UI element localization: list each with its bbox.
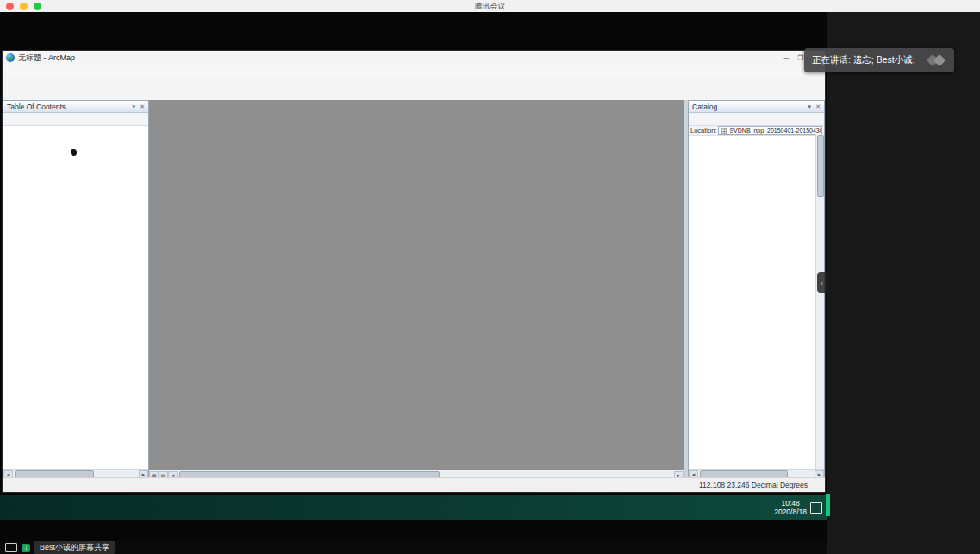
windows-taskbar: 10:48 2020/8/18 [0,495,827,520]
night-lights-raster[interactable] [149,100,684,470]
arcmap-title: 无标题 - ArcMap [18,53,75,64]
close-icon[interactable]: ✕ [140,103,145,110]
mouse-cursor [71,149,77,156]
raster-icon [721,128,727,133]
meeting-logo-icon [928,54,947,66]
location-value: SVDNB_npp_20150401-20150430_75N060E_vcr [729,128,822,134]
catalog-vertical-scrollbar[interactable] [815,134,824,470]
taskbar-green-accent [826,494,830,516]
toc-header: Table Of Contents ▾ ✕ [3,101,148,113]
screen-share-monitor-icon[interactable] [5,543,17,552]
share-banner-label: Best小诚的屏幕共享 [34,541,115,554]
speaking-toast: 正在讲话: 遗忘; Best小诚; [804,48,954,72]
catalog-toolbar [689,113,824,126]
close-icon[interactable]: ✕ [815,103,821,110]
share-banner: ↓ Best小诚的屏幕共享 [0,541,833,554]
speaking-toast-text: 正在讲话: 遗忘; Best小诚; [804,54,915,66]
pin-icon[interactable]: ▾ [808,103,812,110]
catalog-panel: Catalog ▾ ✕ Location: SVDNB_npp_20150401… [688,100,825,480]
clock-time: 10:48 [781,499,799,507]
panel-collapse-handle[interactable]: ‹ [817,272,827,293]
maximize-icon[interactable]: ❐ [797,54,803,62]
catalog-tree [689,136,824,473]
arcmap-statusbar: 112.108 23.246 Decimal Degrees [3,477,825,492]
table-of-contents-panel: Table Of Contents ▾ ✕ ◄ ► [3,100,149,480]
pin-icon[interactable]: ▾ [133,103,136,110]
toc-tree [3,126,148,472]
map-view[interactable]: ▦ ▤ ◄ ► [149,100,684,480]
clock-date: 2020/8/18 [774,507,807,516]
taskbar-clock[interactable]: 10:48 2020/8/18 [771,499,810,516]
participants-panel [827,12,980,554]
action-center-icon[interactable] [810,501,822,514]
arcmap-body: Table Of Contents ▾ ✕ ◄ ► [3,100,825,480]
toc-title: Table Of Contents [7,103,66,111]
macos-titlebar: 腾讯会议 [0,0,980,12]
arcmap-app-icon [6,53,15,62]
catalog-header: Catalog ▾ ✕ [689,101,824,113]
window-title: 腾讯会议 [0,1,980,12]
minimize-icon[interactable]: ─ [783,54,789,62]
catalog-title: Catalog [692,103,717,111]
arcmap-menubar [3,65,825,78]
standard-toolbar [3,78,825,90]
scroll-thumb[interactable] [817,135,824,197]
arcmap-window: 无标题 - ArcMap ─ ❐ ✕ Table Of Contents ▾ [2,50,826,493]
shared-screen-area: 无标题 - ArcMap ─ ❐ ✕ Table Of Contents ▾ [0,12,827,554]
location-label: Location: [690,127,716,134]
location-combobox[interactable]: SVDNB_npp_20150401-20150430_75N060E_vcr … [718,126,822,135]
tencent-meeting-window: 腾讯会议 无标题 - ArcMap ─ ❐ ✕ Table Of Co [0,0,980,554]
coordinates-readout: 112.108 23.246 Decimal Degrees [699,481,808,489]
download-arrow-icon[interactable]: ↓ [22,544,30,552]
toc-toolbar [3,113,148,126]
catalog-location-row: Location: SVDNB_npp_20150401-20150430_75… [689,126,824,136]
arcmap-titlebar[interactable]: 无标题 - ArcMap ─ ❐ ✕ [3,51,825,65]
